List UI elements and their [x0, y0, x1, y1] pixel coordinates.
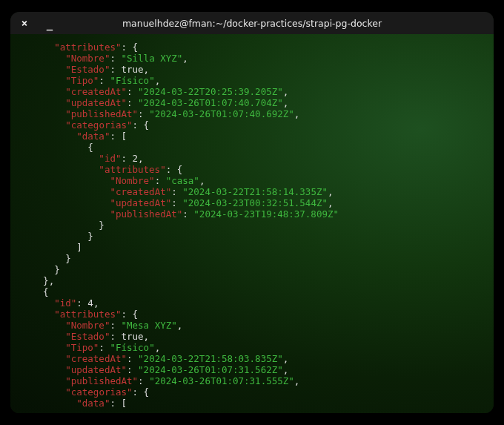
json-string: "Físico"	[110, 75, 154, 86]
json-key: "categorias"	[65, 386, 132, 398]
titlebar: × _ manuelhdez@fman:~/docker-practices/s…	[10, 12, 494, 34]
json-string: "2024-03-26T01:07:40.692Z"	[149, 108, 294, 119]
json-key: "publishedAt"	[65, 375, 138, 386]
minimize-icon[interactable]: _	[43, 19, 56, 30]
json-string: "Físico"	[110, 342, 154, 353]
window-title: manuelhdez@fman:~/docker-practices/strap…	[10, 18, 494, 29]
json-key: "categorias"	[65, 119, 132, 131]
json-key: "Estado"	[65, 331, 110, 342]
json-string: "Silla XYZ"	[122, 53, 183, 64]
json-key: "createdAt"	[65, 353, 127, 364]
json-string: "Mesa XYZ"	[122, 320, 177, 331]
json-key: "createdAt"	[65, 86, 127, 97]
json-key: "publishedAt"	[110, 208, 182, 220]
json-key: "attributes"	[54, 309, 121, 320]
json-string: "2024-03-22T21:58:14.335Z"	[182, 186, 328, 197]
json-key: "data"	[76, 398, 110, 409]
json-string: "2024-03-26T01:07:40.704Z"	[138, 97, 283, 108]
json-string: "2024-03-23T19:48:37.809Z"	[193, 208, 339, 220]
json-string: "casa"	[166, 175, 199, 186]
terminal-output[interactable]: "attributes": { "Nombre": "Silla XYZ", "…	[10, 34, 494, 413]
json-key: "Nombre"	[110, 175, 154, 186]
json-number: 4	[87, 297, 93, 309]
json-key: "Tipo"	[65, 75, 99, 86]
json-bool: true	[122, 64, 144, 75]
json-key: "Nombre"	[65, 320, 110, 331]
json-key: "data"	[76, 131, 110, 142]
json-string: "2024-03-26T01:07:31.562Z"	[138, 364, 283, 375]
json-key: "id"	[54, 297, 76, 309]
json-string: "2024-03-23T00:32:51.544Z"	[182, 197, 328, 208]
json-key: "attributes"	[54, 42, 121, 53]
json-string: "2024-03-26T01:07:31.555Z"	[149, 375, 294, 386]
json-key: "attributes"	[99, 164, 165, 175]
json-key: "publishedAt"	[65, 108, 138, 119]
json-bool: true	[122, 331, 144, 342]
terminal-window: × _ manuelhdez@fman:~/docker-practices/s…	[10, 12, 494, 413]
json-number: 2	[133, 153, 139, 164]
json-key: "Nombre"	[65, 53, 110, 64]
json-string: "2024-03-22T20:25:39.205Z"	[138, 86, 283, 97]
close-icon[interactable]: ×	[18, 17, 31, 29]
json-key: "Tipo"	[65, 342, 99, 353]
json-string: "2024-03-22T21:58:03.835Z"	[138, 353, 283, 364]
json-key: "id"	[99, 153, 121, 164]
json-key: "updatedAt"	[110, 197, 171, 208]
json-key: "updatedAt"	[65, 364, 127, 375]
json-key: "Estado"	[65, 64, 110, 75]
json-key: "updatedAt"	[65, 97, 127, 108]
json-key: "createdAt"	[110, 186, 171, 197]
